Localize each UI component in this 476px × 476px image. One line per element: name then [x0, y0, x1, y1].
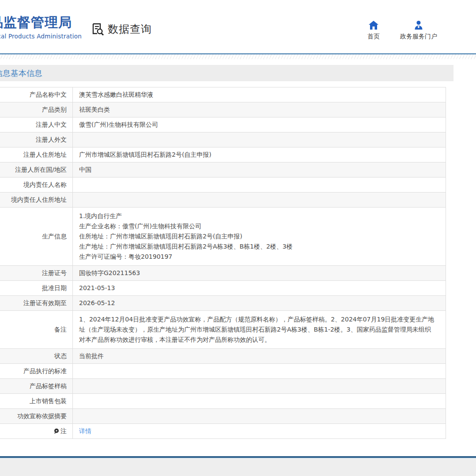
site-logo[interactable]: 国家药品监督管理局 National Medical Products Admi… [0, 15, 82, 40]
row-label-text: 境内责任人名称 [23, 181, 67, 189]
row-value-line: 1.境内自行生产 [79, 211, 435, 221]
row-value-text: 1、2024年12月04日批准变更产品功效宣称，产品配方（规范原料名称），产品标… [79, 314, 435, 345]
row-value: 详情 [73, 424, 446, 438]
row-value: 澳芙雪水感嫩白祛斑精华液 [73, 87, 446, 102]
table-row: 注册人中文傲雪(广州)生物科技有限公司 [0, 117, 446, 132]
row-value: 当前批件 [73, 349, 446, 363]
row-label: 备注 [0, 311, 73, 348]
table-row: 备注1、2024年12月04日批准变更产品功效宣称，产品配方（规范原料名称），产… [0, 311, 446, 349]
home-icon [368, 20, 379, 30]
user-icon [413, 20, 424, 30]
row-label: 注册人住所地址 [0, 147, 73, 162]
row-label: 产品标签样稿 [0, 379, 73, 393]
row-label: 批准日期 [0, 281, 73, 295]
row-value: 2026-05-12 [73, 296, 446, 310]
header-nav: 首页 政务服务门户 [367, 20, 437, 41]
table-row: 产品名称中文澳芙雪水感嫩白祛斑精华液 [0, 87, 446, 102]
row-label-text: 上市销售包装 [30, 397, 67, 405]
table-row: 产品类别祛斑美白类 [0, 102, 446, 117]
row-label: 产品执行的标准 [0, 364, 73, 378]
details-link[interactable]: 详情 [79, 426, 91, 436]
table-row: 境内责任人住所地址 [0, 193, 446, 208]
nav-portal-label: 政务服务门户 [400, 33, 437, 41]
row-value [73, 394, 446, 408]
table-row: 注册人外文 [0, 132, 446, 147]
row-label-text: 注 [60, 427, 67, 435]
table-row: 产品执行的标准 [0, 364, 446, 379]
table-row: 批准日期2021-05-13 [0, 281, 446, 296]
table-row: 注册人住所地址广州市增城区新塘镇瑶田村石新路2号(自主申报) [0, 147, 446, 162]
row-label: 注册人所在国/地区 [0, 162, 73, 177]
row-value [73, 409, 446, 423]
table-row: 注册人所在国/地区中国 [0, 162, 446, 178]
row-value [73, 364, 446, 378]
row-label: 产品名称中文 [0, 87, 73, 102]
row-value-text: 2026-05-12 [79, 298, 435, 308]
row-label-text: 生产信息 [42, 233, 67, 241]
footer-accent-line-light [0, 458, 476, 458]
data-query-brand: 数据查询 [91, 22, 152, 36]
footer [0, 456, 476, 476]
row-label-text: 状态 [54, 352, 67, 360]
row-label-text: 注册人中文 [36, 121, 67, 129]
nav-home-label: 首页 [367, 33, 380, 41]
row-value: 祛斑美白类 [73, 102, 446, 117]
row-label-text: 注册证有效期至 [23, 299, 67, 307]
row-value: 国妆特字G20211563 [73, 266, 446, 280]
row-label: 注 [0, 424, 73, 438]
table-row: 生产信息1.境内自行生产生产企业名称：傲雪(广州)生物科技有限公司住所地址：广州… [0, 208, 446, 266]
logo-title-cn: 国家药品监督管理局 [0, 15, 82, 30]
logo-title-en: National Medical Products Administration [0, 33, 82, 40]
row-label: 注册证号 [0, 266, 73, 280]
row-label: 注册人外文 [0, 132, 73, 147]
row-label: 注册人中文 [0, 117, 73, 132]
product-info-table: 产品名称中文澳芙雪水感嫩白祛斑精华液产品类别祛斑美白类注册人中文傲雪(广州)生物… [0, 87, 446, 439]
table-row: 境内责任人名称 [0, 178, 446, 193]
table-row: 上市销售包装 [0, 394, 446, 409]
row-value-line: 生产地址：广州市增城区新塘镇瑶田村石新路2号A栋3楼、B栋1楼、2楼、3楼 [79, 242, 435, 252]
row-value [73, 132, 446, 147]
table-row: 注册证有效期至2026-05-12 [0, 296, 446, 311]
row-value [73, 193, 446, 207]
header: 国家药品监督管理局 National Medical Products Admi… [0, 0, 476, 53]
table-row: 状态当前批件 [0, 349, 446, 364]
row-label: 注册证有效期至 [0, 296, 73, 310]
row-value: 2021-05-13 [73, 281, 446, 295]
row-value: 中国 [73, 162, 446, 177]
row-label-text: 产品名称中文 [30, 91, 67, 99]
row-label: 境内责任人住所地址 [0, 193, 73, 207]
table-row: 产品标签样稿 [0, 379, 446, 394]
row-value: 傲雪(广州)生物科技有限公司 [73, 117, 446, 132]
row-value-line: 生产许可证编号：粤妆20190197 [79, 252, 435, 262]
page: 国家药品监督管理局 National Medical Products Admi… [0, 0, 476, 476]
nav-portal[interactable]: 政务服务门户 [400, 20, 437, 41]
header-divider-hatch [0, 54, 476, 59]
section-header: 信息基本信息 [0, 65, 453, 81]
row-label-text: 境内责任人住所地址 [11, 196, 67, 204]
table-row: 注详情 [0, 424, 446, 438]
row-value [73, 379, 446, 393]
row-label-text: 注册证号 [42, 269, 67, 277]
row-label: 上市销售包装 [0, 394, 73, 408]
row-value-text: 祛斑美白类 [79, 105, 435, 115]
row-value-text: 2021-05-13 [79, 283, 435, 293]
row-label-text: 注册人所在国/地区 [15, 166, 67, 174]
row-value-text: 傲雪(广州)生物科技有限公司 [79, 120, 435, 130]
note-bubble-icon [54, 428, 59, 434]
row-label-text: 功效宣称依据摘要 [17, 412, 67, 420]
row-value-line: 住所地址：广州市增城区新塘镇瑶田村石新路2号(自主申报) [79, 231, 435, 242]
nav-home[interactable]: 首页 [367, 20, 380, 41]
row-value-line: 生产企业名称：傲雪(广州)生物科技有限公司 [79, 221, 435, 231]
row-label-text: 产品执行的标准 [23, 367, 67, 375]
content-card: 信息基本信息 产品名称中文澳芙雪水感嫩白祛斑精华液产品类别祛斑美白类注册人中文傲… [0, 59, 453, 439]
row-value-text: 广州市增城区新塘镇瑶田村石新路2号(自主申报) [79, 150, 435, 160]
row-value-text: 澳芙雪水感嫩白祛斑精华液 [79, 90, 435, 100]
row-label: 生产信息 [0, 208, 73, 265]
row-label-text: 备注 [54, 326, 67, 334]
row-value-text: 当前批件 [79, 351, 435, 361]
row-value [73, 178, 446, 192]
row-label: 境内责任人名称 [0, 178, 73, 192]
row-label: 功效宣称依据摘要 [0, 409, 73, 423]
row-value: 1.境内自行生产生产企业名称：傲雪(广州)生物科技有限公司住所地址：广州市增城区… [73, 208, 446, 265]
row-value: 广州市增城区新塘镇瑶田村石新路2号(自主申报) [73, 147, 446, 162]
